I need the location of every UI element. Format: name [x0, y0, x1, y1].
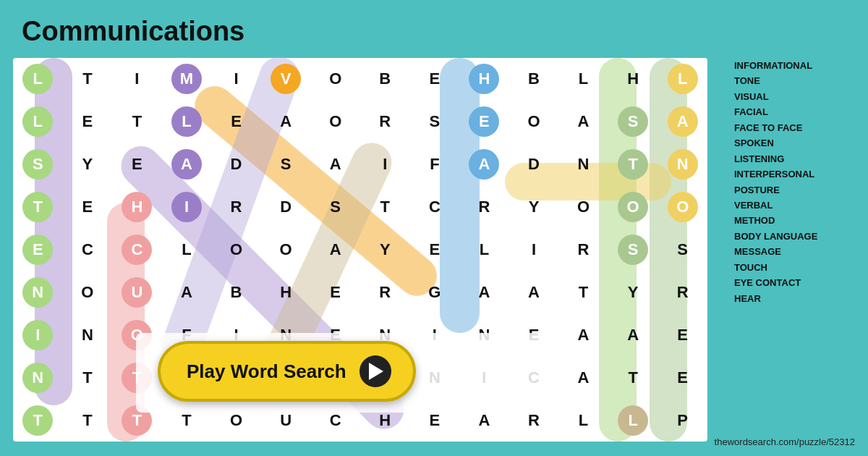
cell-5-2: U: [112, 271, 162, 313]
cell-0-2: I: [112, 58, 162, 101]
play-button[interactable]: Play Word Search: [158, 341, 416, 402]
word-item-9: VERBAL: [734, 198, 861, 213]
play-triangle-icon: [369, 363, 383, 380]
cell-8-12: L: [608, 399, 658, 442]
word-item-7: INTERPERSONAL: [734, 166, 861, 182]
cell-4-13: S: [658, 229, 707, 271]
cell-5-5: H: [261, 271, 311, 313]
cell-6-12: A: [608, 313, 658, 356]
cell-1-10: O: [509, 101, 559, 143]
cell-5-9: A: [459, 271, 509, 313]
word-item-2: VISUAL: [734, 89, 861, 104]
cell-4-8: E: [410, 229, 460, 271]
cell-1-13: A: [658, 101, 707, 143]
cell-2-3: A: [162, 143, 212, 186]
word-item-3: FACIAL: [734, 104, 861, 119]
page-title: Communications: [22, 16, 244, 47]
cell-2-8: F: [410, 143, 460, 186]
cell-8-0: T: [13, 399, 63, 442]
cell-1-2: T: [112, 101, 162, 143]
cell-0-5: V: [261, 58, 311, 101]
cell-8-1: T: [63, 399, 113, 442]
cell-5-12: Y: [608, 271, 658, 313]
cell-5-6: E: [310, 271, 360, 313]
cell-4-1: C: [63, 229, 113, 271]
word-item-11: BODY LANGUAGE: [734, 229, 861, 244]
attribution: thewordsearch.com/puzzle/52312: [715, 436, 855, 447]
cell-6-1: N: [63, 313, 113, 356]
cell-1-8: S: [410, 101, 460, 143]
cell-4-3: L: [162, 229, 212, 271]
cell-5-11: T: [558, 271, 608, 313]
cell-1-12: S: [608, 101, 658, 143]
cell-0-8: E: [410, 58, 460, 101]
cell-1-9: E: [459, 101, 509, 143]
cell-7-1: T: [63, 356, 113, 399]
word-item-13: TOUCH: [734, 260, 861, 275]
cell-4-9: L: [459, 229, 509, 271]
cell-2-2: E: [112, 143, 162, 186]
cell-1-0: L: [13, 101, 63, 143]
cell-0-1: T: [63, 58, 113, 101]
cell-5-10: A: [509, 271, 559, 313]
cell-5-7: R: [360, 271, 410, 313]
cell-2-5: S: [261, 143, 311, 186]
cell-0-6: O: [310, 58, 360, 101]
cell-0-9: H: [459, 58, 509, 101]
word-list: INFORMATIONAL TONE VISUAL FACIAL FACE TO…: [734, 58, 861, 306]
cell-4-7: Y: [360, 229, 410, 271]
cell-2-9: A: [459, 143, 509, 186]
cell-6-13: E: [658, 313, 707, 356]
cell-3-1: E: [63, 186, 113, 229]
cell-0-7: B: [360, 58, 410, 101]
play-icon: [359, 355, 391, 387]
cell-7-12: T: [608, 356, 658, 399]
cell-2-13: N: [658, 143, 707, 186]
word-item-8: POSTURE: [734, 182, 861, 198]
cell-4-6: A: [310, 229, 360, 271]
cell-3-10: Y: [509, 186, 559, 229]
cell-0-4: I: [211, 58, 261, 101]
cell-3-7: T: [360, 186, 410, 229]
cell-0-3: M: [162, 58, 212, 101]
cell-8-13: P: [658, 399, 707, 442]
cell-4-10: I: [509, 229, 559, 271]
cell-4-0: E: [13, 229, 63, 271]
word-item-12: MESSAGE: [734, 244, 861, 259]
cell-1-6: O: [310, 101, 360, 143]
cell-3-13: O: [658, 186, 707, 229]
cell-3-12: O: [608, 186, 658, 229]
cell-3-9: R: [459, 186, 509, 229]
cell-3-2: H: [112, 186, 162, 229]
cell-5-13: R: [658, 271, 707, 313]
cell-6-0: I: [13, 313, 63, 356]
cell-3-8: C: [410, 186, 460, 229]
cell-0-11: L: [558, 58, 608, 101]
cell-1-11: A: [558, 101, 608, 143]
cell-3-3: I: [162, 186, 212, 229]
cell-2-7: I: [360, 143, 410, 186]
play-button-label: Play Word Search: [187, 360, 346, 383]
cell-1-4: E: [211, 101, 261, 143]
cell-2-6: A: [310, 143, 360, 186]
word-item-6: LISTENING: [734, 151, 861, 166]
cell-0-12: H: [608, 58, 658, 101]
cell-2-10: D: [509, 143, 559, 186]
cell-5-3: A: [162, 271, 212, 313]
cell-3-0: T: [13, 186, 63, 229]
word-item-14: EYE CONTACT: [734, 275, 861, 290]
cell-2-12: T: [608, 143, 658, 186]
cell-2-4: D: [211, 143, 261, 186]
cell-4-11: R: [558, 229, 608, 271]
cell-1-1: E: [63, 101, 113, 143]
cell-3-5: D: [261, 186, 311, 229]
cell-5-1: O: [63, 271, 113, 313]
word-item-1: TONE: [734, 73, 861, 88]
cell-4-5: O: [261, 229, 311, 271]
cell-5-8: G: [410, 271, 460, 313]
cell-4-2: C: [112, 229, 162, 271]
cell-2-11: N: [558, 143, 608, 186]
cell-3-11: O: [558, 186, 608, 229]
cell-2-0: S: [13, 143, 63, 186]
word-item-4: FACE TO FACE: [734, 120, 861, 135]
